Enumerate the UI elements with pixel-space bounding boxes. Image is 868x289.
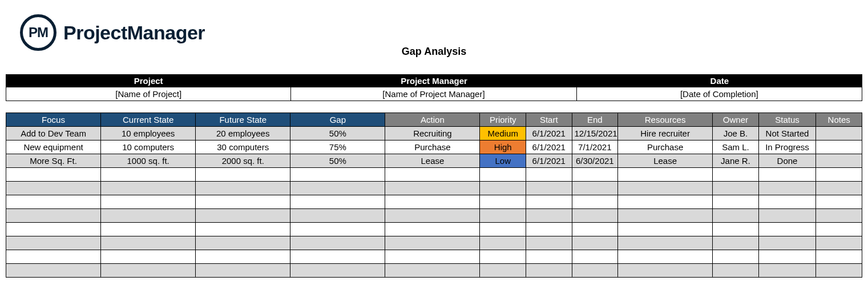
cell-resources[interactable] bbox=[618, 264, 713, 278]
cell-future[interactable] bbox=[196, 168, 290, 182]
cell-start[interactable] bbox=[526, 223, 572, 236]
cell-end[interactable] bbox=[572, 182, 618, 195]
date-value[interactable]: [Date of Completion] bbox=[577, 87, 862, 101]
cell-end[interactable]: 6/30/2021 bbox=[572, 154, 618, 168]
cell-future[interactable]: 30 computers bbox=[196, 141, 290, 154]
cell-priority[interactable] bbox=[480, 236, 526, 250]
cell-notes[interactable] bbox=[816, 127, 862, 141]
cell-end[interactable]: 12/15/2021 bbox=[572, 127, 618, 141]
cell-start[interactable] bbox=[526, 264, 572, 278]
cell-status[interactable] bbox=[758, 195, 816, 209]
cell-action[interactable] bbox=[385, 264, 480, 278]
cell-status[interactable] bbox=[758, 223, 816, 236]
cell-resources[interactable]: Lease bbox=[618, 154, 713, 168]
cell-notes[interactable] bbox=[816, 236, 862, 250]
cell-action[interactable]: Lease bbox=[385, 154, 480, 168]
cell-start[interactable]: 6/1/2021 bbox=[526, 154, 572, 168]
cell-resources[interactable] bbox=[618, 209, 713, 223]
cell-status[interactable]: Done bbox=[758, 154, 816, 168]
cell-priority[interactable]: Medium bbox=[480, 127, 526, 141]
cell-notes[interactable] bbox=[816, 264, 862, 278]
cell-current[interactable] bbox=[101, 264, 196, 278]
cell-start[interactable]: 6/1/2021 bbox=[526, 141, 572, 154]
cell-notes[interactable] bbox=[816, 250, 862, 264]
cell-future[interactable] bbox=[196, 264, 290, 278]
cell-action[interactable] bbox=[385, 182, 480, 195]
cell-action[interactable] bbox=[385, 223, 480, 236]
cell-resources[interactable]: Hire recruiter bbox=[618, 127, 713, 141]
cell-priority[interactable]: Low bbox=[480, 154, 526, 168]
cell-status[interactable] bbox=[758, 250, 816, 264]
cell-gap[interactable] bbox=[290, 168, 385, 182]
cell-action[interactable] bbox=[385, 209, 480, 223]
cell-action[interactable]: Purchase bbox=[385, 141, 480, 154]
cell-status[interactable] bbox=[758, 236, 816, 250]
cell-end[interactable] bbox=[572, 250, 618, 264]
cell-start[interactable]: 6/1/2021 bbox=[526, 127, 572, 141]
cell-status[interactable] bbox=[758, 209, 816, 223]
cell-focus[interactable] bbox=[6, 168, 101, 182]
cell-priority[interactable] bbox=[480, 168, 526, 182]
cell-end[interactable] bbox=[572, 264, 618, 278]
cell-priority[interactable] bbox=[480, 250, 526, 264]
cell-action[interactable]: Recruiting bbox=[385, 127, 480, 141]
cell-gap[interactable] bbox=[290, 264, 385, 278]
cell-owner[interactable] bbox=[713, 209, 759, 223]
cell-focus[interactable] bbox=[6, 182, 101, 195]
cell-future[interactable] bbox=[196, 195, 290, 209]
cell-owner[interactable]: Jane R. bbox=[713, 154, 759, 168]
cell-current[interactable]: 1000 sq. ft. bbox=[101, 154, 196, 168]
cell-focus[interactable] bbox=[6, 209, 101, 223]
cell-resources[interactable] bbox=[618, 168, 713, 182]
pm-value[interactable]: [Name of Project Manager] bbox=[291, 87, 576, 101]
cell-start[interactable] bbox=[526, 168, 572, 182]
cell-start[interactable] bbox=[526, 236, 572, 250]
cell-future[interactable] bbox=[196, 250, 290, 264]
cell-owner[interactable] bbox=[713, 264, 759, 278]
cell-owner[interactable] bbox=[713, 168, 759, 182]
cell-gap[interactable] bbox=[290, 223, 385, 236]
cell-priority[interactable] bbox=[480, 182, 526, 195]
cell-current[interactable] bbox=[101, 182, 196, 195]
cell-focus[interactable] bbox=[6, 236, 101, 250]
cell-priority[interactable]: High bbox=[480, 141, 526, 154]
cell-start[interactable] bbox=[526, 209, 572, 223]
cell-current[interactable] bbox=[101, 250, 196, 264]
cell-future[interactable] bbox=[196, 182, 290, 195]
cell-current[interactable] bbox=[101, 168, 196, 182]
cell-focus[interactable]: More Sq. Ft. bbox=[6, 154, 101, 168]
cell-future[interactable]: 2000 sq. ft. bbox=[196, 154, 290, 168]
cell-notes[interactable] bbox=[816, 209, 862, 223]
cell-end[interactable] bbox=[572, 209, 618, 223]
cell-current[interactable]: 10 computers bbox=[101, 141, 196, 154]
cell-current[interactable] bbox=[101, 223, 196, 236]
cell-notes[interactable] bbox=[816, 154, 862, 168]
project-value[interactable]: [Name of Project] bbox=[6, 87, 291, 101]
cell-status[interactable]: Not Started bbox=[758, 127, 816, 141]
cell-owner[interactable] bbox=[713, 236, 759, 250]
cell-end[interactable] bbox=[572, 236, 618, 250]
cell-status[interactable] bbox=[758, 182, 816, 195]
cell-focus[interactable] bbox=[6, 264, 101, 278]
cell-notes[interactable] bbox=[816, 141, 862, 154]
cell-priority[interactable] bbox=[480, 264, 526, 278]
cell-owner[interactable] bbox=[713, 182, 759, 195]
cell-end[interactable] bbox=[572, 168, 618, 182]
cell-action[interactable] bbox=[385, 236, 480, 250]
cell-status[interactable]: In Progress bbox=[758, 141, 816, 154]
cell-start[interactable] bbox=[526, 195, 572, 209]
cell-future[interactable]: 20 employees bbox=[196, 127, 290, 141]
cell-start[interactable] bbox=[526, 182, 572, 195]
cell-gap[interactable]: 50% bbox=[290, 154, 385, 168]
cell-resources[interactable] bbox=[618, 182, 713, 195]
cell-action[interactable] bbox=[385, 250, 480, 264]
cell-notes[interactable] bbox=[816, 195, 862, 209]
cell-priority[interactable] bbox=[480, 209, 526, 223]
cell-gap[interactable]: 75% bbox=[290, 141, 385, 154]
cell-current[interactable]: 10 employees bbox=[101, 127, 196, 141]
cell-owner[interactable]: Joe B. bbox=[713, 127, 759, 141]
cell-resources[interactable] bbox=[618, 250, 713, 264]
cell-owner[interactable]: Sam L. bbox=[713, 141, 759, 154]
cell-end[interactable] bbox=[572, 195, 618, 209]
cell-gap[interactable] bbox=[290, 236, 385, 250]
